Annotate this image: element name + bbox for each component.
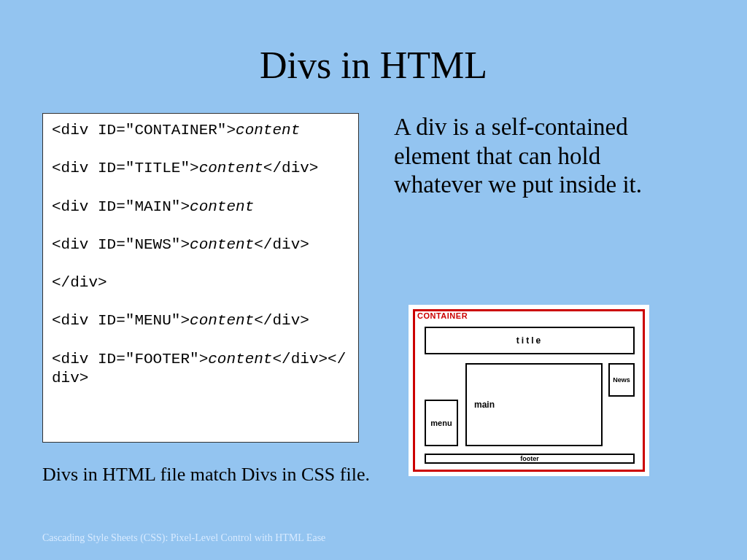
diagram-box-title: title (425, 327, 635, 354)
code-tag: <div ID="MAIN"> (52, 198, 190, 215)
code-tag: </div> (254, 236, 309, 253)
code-tag: </div> (254, 312, 309, 329)
code-tag: <div ID="CONTAINER"> (52, 122, 236, 139)
code-tag: <div ID="MENU"> (52, 312, 190, 329)
code-line-footer: <div ID="FOOTER">content</div></div> (52, 350, 349, 389)
code-content-word: content (190, 236, 254, 253)
caption-text: Divs in HTML file match Divs in CSS file… (42, 464, 370, 486)
code-content-word: content (190, 312, 254, 329)
code-tag: <div ID="NEWS"> (52, 236, 190, 253)
code-line-main: <div ID="MAIN">content (52, 198, 349, 217)
code-tag: </div> (52, 274, 107, 291)
code-tag: </div> (263, 160, 319, 176)
code-line-menu: <div ID="MENU">content</div> (52, 311, 349, 330)
diagram-box-menu: menu (425, 400, 458, 446)
code-content-word: content (190, 198, 254, 215)
code-tag: <div ID="TITLE"> (52, 160, 199, 176)
code-content-word: content (236, 122, 300, 139)
code-line-news: <div ID="NEWS">content</div> (52, 236, 349, 254)
diagram-box-news: News (608, 363, 635, 397)
code-line-title: <div ID="TITLE">content</div> (52, 159, 349, 178)
code-line-container: <div ID="CONTAINER">content (52, 121, 349, 140)
code-line-close-main: </div> (52, 273, 349, 292)
diagram-box-footer: footer (425, 454, 635, 464)
description-text: A div is a self-contained element that c… (394, 113, 649, 200)
diagram-box-main: main (465, 363, 603, 446)
diagram-label-container: CONTAINER (417, 311, 468, 320)
slide-title: Divs in HTML (0, 44, 747, 87)
code-example-box: <div ID="CONTAINER">content <div ID="TIT… (42, 113, 359, 443)
code-content-word: content (208, 351, 272, 368)
slide-footer: Cascading Style Sheets (CSS): Pixel-Leve… (42, 532, 325, 544)
code-content-word: content (199, 160, 263, 176)
code-tag: <div ID="FOOTER"> (52, 351, 208, 368)
layout-diagram: CONTAINER title main menu News footer (409, 305, 649, 476)
